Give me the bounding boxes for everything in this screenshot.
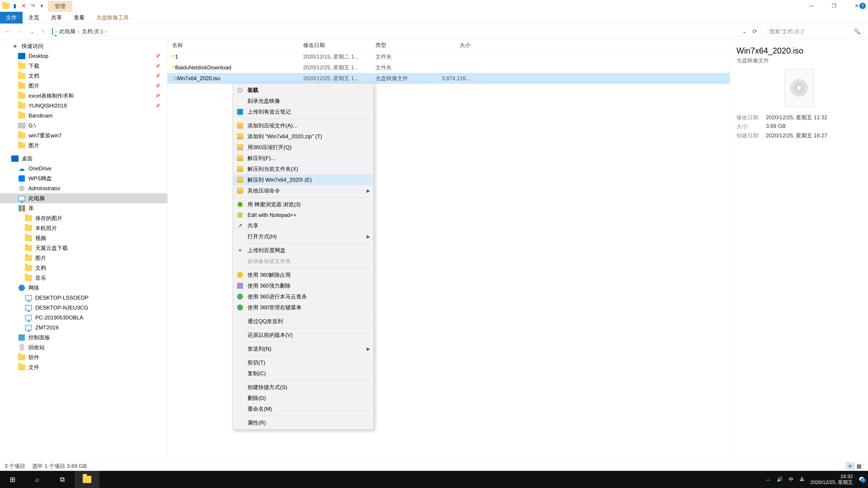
col-type[interactable]: 类型 (375, 41, 439, 49)
addr-dropdown[interactable]: ⌄ (740, 28, 748, 35)
menu-item[interactable]: 添加到压缩文件(A)... (234, 120, 373, 131)
tree-item[interactable]: DESKTOP-NJEU3CG (0, 303, 167, 313)
tree-item[interactable]: 保存的图片 (0, 213, 167, 223)
menu-item[interactable]: 添加到 "Win7x64_2020.zip" (T) (234, 131, 373, 142)
file-row[interactable]: Win7x64_2020.iso2020/12/25, 星期五 1...光盘映像… (167, 73, 730, 84)
tree-item[interactable]: 网络 (0, 283, 167, 293)
view-icons-button[interactable]: ▦ (855, 462, 864, 470)
menu-item[interactable]: 使用 360进行木马云查杀 (234, 291, 373, 302)
network-icon[interactable]: 🖧 (800, 477, 804, 482)
view-details-button[interactable]: ≡ (846, 462, 855, 470)
search-icon[interactable]: 🔍 (854, 28, 861, 35)
tree-item[interactable]: ☁OneDrive (0, 164, 167, 173)
volume-icon[interactable]: 🔊 (777, 477, 783, 482)
tree-item[interactable]: 视频 (0, 233, 167, 243)
menu-item[interactable]: 上传到有道云笔记 (234, 106, 373, 117)
menu-item[interactable]: 解压到 Win7x64_2020\ (E) (234, 174, 373, 185)
menu-item[interactable]: ↗共享 (234, 220, 373, 231)
search-box[interactable]: 🔍 (766, 26, 864, 37)
menu-item[interactable]: 使用 360解除占用 (234, 269, 373, 281)
tree-item[interactable]: G:\ (0, 121, 167, 131)
menu-item[interactable]: 刻录光盘映像 (234, 96, 373, 106)
tray-chevron-icon[interactable]: ︿ (766, 476, 771, 483)
refresh-button[interactable]: ⟳ (751, 28, 759, 35)
menu-item[interactable]: 创建快捷方式(S) (234, 382, 373, 393)
tree-item[interactable]: 图片📌 (0, 81, 167, 91)
col-size[interactable]: 大小 (439, 41, 479, 49)
tree-item[interactable]: YUNQISHI2019📌 (0, 101, 167, 111)
nav-tree[interactable]: ★快速访问Desktop📌下载📌文档📌图片📌excel表格制作求和📌YUNQIS… (0, 39, 167, 461)
tree-item[interactable]: Administrator (0, 184, 167, 193)
menu-item[interactable]: Edit with Notepad++ (234, 210, 373, 220)
tree-item[interactable]: 文档 (0, 263, 167, 273)
menu-item[interactable]: 属性(R) (234, 417, 373, 428)
tree-item[interactable]: 文件 (0, 362, 167, 372)
menu-item[interactable]: 用 蜂蜜浏览器 浏览(3) (234, 199, 373, 210)
menu-item[interactable]: 还原以前的版本(V) (234, 330, 373, 340)
menu-item[interactable]: 重命名(M) (234, 403, 373, 414)
redo-icon[interactable]: ↷ (29, 2, 36, 9)
unpin-icon[interactable]: ✕ (20, 2, 27, 9)
tab-view[interactable]: 查看 (68, 12, 90, 24)
forward-button[interactable]: → (17, 28, 23, 35)
menu-item[interactable]: 发送到(N)▶ (234, 344, 373, 354)
action-center-icon[interactable]: 💬 (859, 477, 865, 482)
start-button[interactable]: ⊞ (0, 471, 25, 488)
tree-item[interactable]: 音乐 (0, 273, 167, 283)
up-button[interactable]: ↑ (41, 28, 44, 35)
tree-item[interactable]: 文档📌 (0, 71, 167, 81)
tree-item[interactable]: 此电脑 (0, 193, 167, 203)
tree-item[interactable]: excel表格制作求和📌 (0, 91, 167, 101)
crumb-this-pc[interactable]: 此电脑 (59, 28, 75, 35)
tree-item[interactable]: 本机照片 (0, 223, 167, 233)
menu-item[interactable]: 使用 360管理右键菜单 (234, 302, 373, 313)
tree-item[interactable]: 下载📌 (0, 61, 167, 71)
tree-item[interactable]: 图片 (0, 140, 167, 151)
tree-item[interactable]: WPS网盘 (0, 173, 167, 184)
qat-dropdown-icon[interactable]: ▾ (38, 2, 45, 9)
tree-item[interactable]: Desktop📌 (0, 51, 167, 61)
tab-share[interactable]: 共享 (45, 12, 68, 24)
menu-item[interactable]: 装载 (234, 85, 373, 96)
tree-item[interactable]: 天翼云盘下载 (0, 243, 167, 253)
column-headers[interactable]: 名称 修改日期 类型 大小 (167, 39, 730, 51)
tree-item[interactable]: ZMT2019 (0, 323, 167, 332)
task-view-button[interactable]: ⧉ (50, 471, 74, 488)
menu-item[interactable]: 删除(D) (234, 393, 373, 403)
col-name[interactable]: 名称 (172, 41, 303, 49)
menu-item[interactable]: 使用 360强力删除 (234, 281, 373, 291)
back-button[interactable]: ← (4, 28, 10, 35)
menu-item[interactable]: 用360压缩打开(Q) (234, 142, 373, 153)
menu-item[interactable]: 上传到百度网盘 (234, 245, 373, 256)
tree-item[interactable]: 软件 (0, 352, 167, 362)
tree-item[interactable]: ★快速访问 (0, 41, 167, 51)
tree-item[interactable]: Bandicam (0, 111, 167, 121)
col-date[interactable]: 修改日期 (303, 41, 375, 49)
minimize-button[interactable]: — (800, 0, 823, 12)
menu-item[interactable]: 通过QQ发送到 (234, 316, 373, 327)
tree-item[interactable]: 回收站 (0, 343, 167, 352)
help-button[interactable]: ? (860, 3, 866, 9)
menu-item[interactable]: 打开方式(H)▶ (234, 231, 373, 242)
file-explorer-taskbar-button[interactable] (74, 471, 99, 488)
clock[interactable]: 16:32 2020/12/25, 星期五 (810, 474, 853, 486)
tree-item[interactable]: 控制面板 (0, 332, 167, 343)
tree-item[interactable]: 桌面 (0, 154, 167, 164)
menu-item[interactable]: 解压到(F)... (234, 153, 373, 164)
crumb-e-drive[interactable]: 文档 (E:) (82, 28, 103, 35)
ribbon-context-tab[interactable]: 管理 (48, 1, 72, 12)
tree-item[interactable]: DESKTOP-LSSOEDP (0, 293, 167, 303)
tab-home[interactable]: 主页 (23, 12, 45, 24)
search-input[interactable] (769, 28, 848, 35)
maximize-button[interactable]: ❐ (823, 0, 845, 12)
tab-file[interactable]: 文件 (0, 12, 23, 24)
search-button[interactable]: ⌕ (25, 471, 50, 488)
menu-item[interactable]: 复制(C) (234, 368, 373, 379)
tree-item[interactable]: 库 (0, 203, 167, 213)
breadcrumb[interactable]: › 此电脑 › 文档 (E:) › ⌄ ⟳ (49, 26, 762, 37)
menu-item[interactable]: 解压到当前文件夹(X) (234, 164, 373, 174)
tree-item[interactable]: 图片 (0, 253, 167, 263)
ime-icon[interactable]: 中 (789, 476, 794, 483)
file-row[interactable]: BaiduNetdiskDownload2020/12/25, 星期五 1...… (167, 62, 730, 73)
file-row[interactable]: 12020/12/15, 星期二 1...文件夹 (167, 51, 730, 62)
